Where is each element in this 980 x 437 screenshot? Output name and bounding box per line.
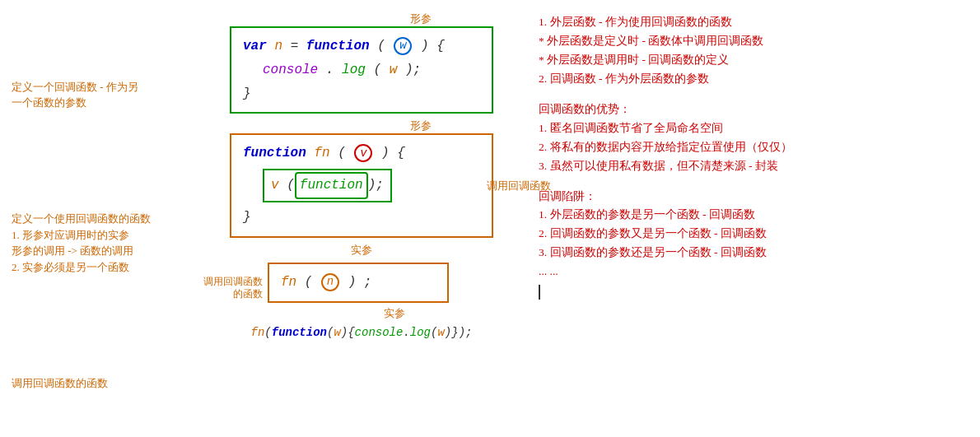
- right-s1-title: 1. 外层函数 - 作为使用回调函数的函数: [539, 13, 968, 32]
- right-s1-item3: 2. 回调函数 - 作为外层函数的参数: [539, 70, 968, 89]
- log-w: w: [390, 63, 398, 77]
- paren: (: [373, 63, 389, 77]
- right-section-3: 回调陷阱： 1. 外层函数的参数是另一个函数 - 回调函数 2. 回调函数的参数…: [539, 188, 968, 282]
- bottom-w2: w: [437, 326, 444, 339]
- label-diaoyong-2: 调用回调函数的函数: [197, 276, 263, 301]
- right-column: 1. 外层函数 - 作为使用回调函数的函数 * 外层函数是定义时 - 函数体中调…: [530, 8, 968, 429]
- bottom-console: console: [355, 326, 404, 339]
- paren2: );: [405, 63, 421, 77]
- right-s2-item1: 1. 匿名回调函数节省了全局命名空间: [539, 119, 968, 138]
- closing-brace-2: }: [243, 210, 251, 225]
- code-box-3: fn ( n ) ;: [268, 263, 449, 303]
- code-box-1-line2: console . log ( w );: [243, 58, 480, 82]
- right-s2-item2: 2. 将私有的数据内容开放给指定位置使用（仅仅）: [539, 138, 968, 157]
- inner-paren: ( function );: [287, 178, 384, 193]
- right-s3-item3: 3. 回调函数的参数还是另一个函数 - 回调函数: [539, 244, 968, 263]
- bottom-function: function: [272, 326, 327, 339]
- paren-close2: ) {: [381, 146, 405, 160]
- code-box-2-line2: v ( function );: [243, 165, 480, 206]
- center-column: 形参 var n = function ( w ) { console . lo…: [201, 8, 522, 429]
- left-note-1: 定义一个回调函数 - 作为另 一个函数的参数: [12, 79, 193, 111]
- param-w-circle: w: [394, 37, 412, 55]
- paren-open: (: [377, 39, 385, 53]
- right-s1-item1: * 外层函数是定义时 - 函数体中调用回调函数: [539, 32, 968, 51]
- cursor: [539, 285, 968, 300]
- label-shican-2: 实参: [351, 244, 372, 256]
- right-s3-item2: 2. 回调函数的参数又是另一个函数 - 回调函数: [539, 225, 968, 244]
- left-note-2: 定义一个使用回调函数的函数 1. 形参对应调用时的实参 形参的调用 -> 函数的…: [12, 211, 193, 275]
- closing-brace-1: }: [243, 86, 251, 101]
- left-column: 定义一个回调函数 - 作为另 一个函数的参数 定义一个使用回调函数的函数 1. …: [12, 8, 193, 429]
- paren-close3: ) ;: [348, 275, 372, 290]
- right-s2-title: 回调函数的优势：: [539, 100, 968, 119]
- right-s3-title: 回调陷阱：: [539, 188, 968, 207]
- left-note-3: 调用回调函数的函数: [12, 375, 193, 392]
- inner-box: v ( function );: [263, 169, 392, 202]
- code-box-1-line1: var n = function ( w ) {: [243, 35, 480, 58]
- paren-open3: (: [305, 275, 313, 290]
- page: 定义一个回调函数 - 作为另 一个函数的参数 定义一个使用回调函数的函数 1. …: [0, 0, 980, 437]
- code-box-3-line1: fn ( n ) ;: [281, 271, 436, 295]
- bottom-summary-line: fn(function(w){console.log(w)});: [251, 326, 473, 339]
- fn-call: fn: [281, 275, 296, 290]
- right-s3-item4: ... ...: [539, 263, 968, 281]
- kw-console: console: [263, 63, 318, 77]
- dot: .: [326, 63, 334, 77]
- label-xingcan-1: 形参: [410, 12, 432, 25]
- right-s2-item3: 3. 虽然可以使用私有数据，但不清楚来源 - 封装: [539, 157, 968, 176]
- kw-var: var: [243, 39, 267, 53]
- code-box-1-line3: }: [243, 82, 480, 106]
- eq: =: [291, 39, 306, 53]
- inner-v: v: [271, 178, 279, 193]
- code-box-2: function fn ( v ) { v ( function ); } 调用…: [230, 133, 493, 237]
- label-diaoyong: 调用回调函数: [487, 179, 551, 193]
- param-n-circle: n: [321, 273, 339, 291]
- bottom-w1: w: [334, 326, 340, 339]
- right-section-2: 回调函数的优势： 1. 匿名回调函数节省了全局命名空间 2. 将私有的数据内容开…: [539, 100, 968, 176]
- bottom-log: log: [410, 326, 431, 339]
- right-s1-item2: * 外层函数是调用时 - 回调函数的定义: [539, 51, 968, 70]
- fn-name: fn: [314, 146, 329, 160]
- code-box-2-line3: }: [243, 206, 480, 230]
- code-box-2-line1: function fn ( v ) {: [243, 142, 480, 165]
- bottom-fn: fn: [251, 326, 265, 339]
- right-section-1: 1. 外层函数 - 作为使用回调函数的函数 * 外层函数是定义时 - 函数体中调…: [539, 13, 968, 89]
- var-n: n: [274, 39, 282, 53]
- kw-log: log: [342, 63, 366, 77]
- param-v-circle: v: [354, 144, 372, 162]
- label-shican-3: 实参: [384, 307, 405, 319]
- func-highlight: function: [295, 172, 368, 199]
- label-xingcan-2: 形参: [410, 119, 432, 132]
- code-box-1: var n = function ( w ) { console . log (…: [230, 26, 493, 114]
- paren-close: ) {: [421, 39, 445, 53]
- kw-function-2: function: [243, 146, 306, 160]
- right-s3-item1: 1. 外层函数的参数是另一个函数 - 回调函数: [539, 206, 968, 225]
- kw-function-1: function: [306, 39, 370, 53]
- paren-open2: (: [338, 146, 346, 160]
- cursor-bar: [539, 285, 540, 300]
